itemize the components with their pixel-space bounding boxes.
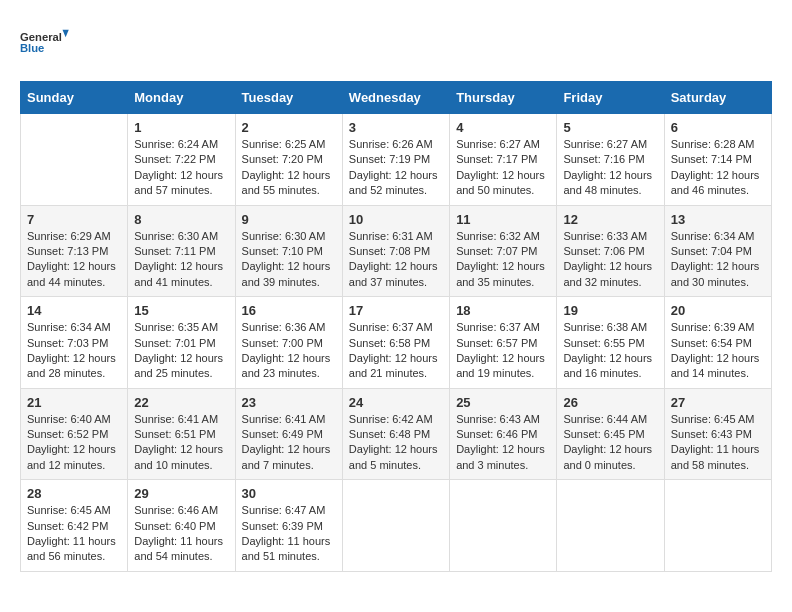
logo: General Blue xyxy=(20,20,70,65)
week-row-3: 14Sunrise: 6:34 AM Sunset: 7:03 PM Dayli… xyxy=(21,297,772,389)
day-number: 10 xyxy=(349,212,443,227)
day-number: 11 xyxy=(456,212,550,227)
day-number: 2 xyxy=(242,120,336,135)
logo-svg: General Blue xyxy=(20,20,70,65)
day-header-tuesday: Tuesday xyxy=(235,82,342,114)
cell-content: Sunrise: 6:43 AM Sunset: 6:46 PM Dayligh… xyxy=(456,412,550,474)
cell-content: Sunrise: 6:28 AM Sunset: 7:14 PM Dayligh… xyxy=(671,137,765,199)
cell-content: Sunrise: 6:42 AM Sunset: 6:48 PM Dayligh… xyxy=(349,412,443,474)
calendar-cell: 29Sunrise: 6:46 AM Sunset: 6:40 PM Dayli… xyxy=(128,480,235,572)
calendar-cell: 19Sunrise: 6:38 AM Sunset: 6:55 PM Dayli… xyxy=(557,297,664,389)
cell-content: Sunrise: 6:34 AM Sunset: 7:04 PM Dayligh… xyxy=(671,229,765,291)
week-row-5: 28Sunrise: 6:45 AM Sunset: 6:42 PM Dayli… xyxy=(21,480,772,572)
day-number: 5 xyxy=(563,120,657,135)
cell-content: Sunrise: 6:25 AM Sunset: 7:20 PM Dayligh… xyxy=(242,137,336,199)
week-row-1: 1Sunrise: 6:24 AM Sunset: 7:22 PM Daylig… xyxy=(21,114,772,206)
cell-content: Sunrise: 6:33 AM Sunset: 7:06 PM Dayligh… xyxy=(563,229,657,291)
day-number: 4 xyxy=(456,120,550,135)
calendar-cell: 12Sunrise: 6:33 AM Sunset: 7:06 PM Dayli… xyxy=(557,205,664,297)
day-number: 13 xyxy=(671,212,765,227)
calendar-cell: 23Sunrise: 6:41 AM Sunset: 6:49 PM Dayli… xyxy=(235,388,342,480)
day-number: 21 xyxy=(27,395,121,410)
day-number: 7 xyxy=(27,212,121,227)
calendar-cell: 5Sunrise: 6:27 AM Sunset: 7:16 PM Daylig… xyxy=(557,114,664,206)
calendar-cell: 27Sunrise: 6:45 AM Sunset: 6:43 PM Dayli… xyxy=(664,388,771,480)
calendar-cell: 8Sunrise: 6:30 AM Sunset: 7:11 PM Daylig… xyxy=(128,205,235,297)
cell-content: Sunrise: 6:47 AM Sunset: 6:39 PM Dayligh… xyxy=(242,503,336,565)
cell-content: Sunrise: 6:26 AM Sunset: 7:19 PM Dayligh… xyxy=(349,137,443,199)
cell-content: Sunrise: 6:41 AM Sunset: 6:49 PM Dayligh… xyxy=(242,412,336,474)
svg-text:Blue: Blue xyxy=(20,42,44,54)
cell-content: Sunrise: 6:24 AM Sunset: 7:22 PM Dayligh… xyxy=(134,137,228,199)
calendar-cell xyxy=(21,114,128,206)
calendar-cell: 17Sunrise: 6:37 AM Sunset: 6:58 PM Dayli… xyxy=(342,297,449,389)
day-header-wednesday: Wednesday xyxy=(342,82,449,114)
day-header-friday: Friday xyxy=(557,82,664,114)
calendar-cell: 15Sunrise: 6:35 AM Sunset: 7:01 PM Dayli… xyxy=(128,297,235,389)
calendar-cell: 30Sunrise: 6:47 AM Sunset: 6:39 PM Dayli… xyxy=(235,480,342,572)
calendar-cell: 3Sunrise: 6:26 AM Sunset: 7:19 PM Daylig… xyxy=(342,114,449,206)
calendar-cell: 6Sunrise: 6:28 AM Sunset: 7:14 PM Daylig… xyxy=(664,114,771,206)
calendar-cell: 18Sunrise: 6:37 AM Sunset: 6:57 PM Dayli… xyxy=(450,297,557,389)
cell-content: Sunrise: 6:35 AM Sunset: 7:01 PM Dayligh… xyxy=(134,320,228,382)
day-number: 24 xyxy=(349,395,443,410)
cell-content: Sunrise: 6:30 AM Sunset: 7:11 PM Dayligh… xyxy=(134,229,228,291)
cell-content: Sunrise: 6:31 AM Sunset: 7:08 PM Dayligh… xyxy=(349,229,443,291)
cell-content: Sunrise: 6:32 AM Sunset: 7:07 PM Dayligh… xyxy=(456,229,550,291)
calendar-cell: 16Sunrise: 6:36 AM Sunset: 7:00 PM Dayli… xyxy=(235,297,342,389)
day-header-monday: Monday xyxy=(128,82,235,114)
day-number: 25 xyxy=(456,395,550,410)
days-header-row: SundayMondayTuesdayWednesdayThursdayFrid… xyxy=(21,82,772,114)
day-number: 12 xyxy=(563,212,657,227)
cell-content: Sunrise: 6:39 AM Sunset: 6:54 PM Dayligh… xyxy=(671,320,765,382)
day-number: 1 xyxy=(134,120,228,135)
cell-content: Sunrise: 6:27 AM Sunset: 7:17 PM Dayligh… xyxy=(456,137,550,199)
calendar-cell: 26Sunrise: 6:44 AM Sunset: 6:45 PM Dayli… xyxy=(557,388,664,480)
calendar-cell xyxy=(342,480,449,572)
day-number: 19 xyxy=(563,303,657,318)
cell-content: Sunrise: 6:45 AM Sunset: 6:43 PM Dayligh… xyxy=(671,412,765,474)
calendar-cell: 24Sunrise: 6:42 AM Sunset: 6:48 PM Dayli… xyxy=(342,388,449,480)
day-number: 8 xyxy=(134,212,228,227)
calendar-cell: 22Sunrise: 6:41 AM Sunset: 6:51 PM Dayli… xyxy=(128,388,235,480)
calendar-cell: 13Sunrise: 6:34 AM Sunset: 7:04 PM Dayli… xyxy=(664,205,771,297)
cell-content: Sunrise: 6:37 AM Sunset: 6:58 PM Dayligh… xyxy=(349,320,443,382)
calendar-cell: 20Sunrise: 6:39 AM Sunset: 6:54 PM Dayli… xyxy=(664,297,771,389)
cell-content: Sunrise: 6:41 AM Sunset: 6:51 PM Dayligh… xyxy=(134,412,228,474)
day-number: 27 xyxy=(671,395,765,410)
day-number: 29 xyxy=(134,486,228,501)
calendar-cell xyxy=(450,480,557,572)
calendar-cell: 9Sunrise: 6:30 AM Sunset: 7:10 PM Daylig… xyxy=(235,205,342,297)
calendar-cell: 11Sunrise: 6:32 AM Sunset: 7:07 PM Dayli… xyxy=(450,205,557,297)
day-number: 6 xyxy=(671,120,765,135)
calendar-cell xyxy=(557,480,664,572)
calendar-cell: 10Sunrise: 6:31 AM Sunset: 7:08 PM Dayli… xyxy=(342,205,449,297)
calendar-cell: 21Sunrise: 6:40 AM Sunset: 6:52 PM Dayli… xyxy=(21,388,128,480)
day-number: 30 xyxy=(242,486,336,501)
calendar-cell: 28Sunrise: 6:45 AM Sunset: 6:42 PM Dayli… xyxy=(21,480,128,572)
cell-content: Sunrise: 6:30 AM Sunset: 7:10 PM Dayligh… xyxy=(242,229,336,291)
header: General Blue xyxy=(20,20,772,65)
day-number: 18 xyxy=(456,303,550,318)
week-row-2: 7Sunrise: 6:29 AM Sunset: 7:13 PM Daylig… xyxy=(21,205,772,297)
cell-content: Sunrise: 6:36 AM Sunset: 7:00 PM Dayligh… xyxy=(242,320,336,382)
cell-content: Sunrise: 6:27 AM Sunset: 7:16 PM Dayligh… xyxy=(563,137,657,199)
day-number: 20 xyxy=(671,303,765,318)
cell-content: Sunrise: 6:45 AM Sunset: 6:42 PM Dayligh… xyxy=(27,503,121,565)
day-number: 23 xyxy=(242,395,336,410)
cell-content: Sunrise: 6:29 AM Sunset: 7:13 PM Dayligh… xyxy=(27,229,121,291)
calendar-cell xyxy=(664,480,771,572)
day-number: 17 xyxy=(349,303,443,318)
day-header-sunday: Sunday xyxy=(21,82,128,114)
day-number: 16 xyxy=(242,303,336,318)
calendar-cell: 2Sunrise: 6:25 AM Sunset: 7:20 PM Daylig… xyxy=(235,114,342,206)
calendar-cell: 25Sunrise: 6:43 AM Sunset: 6:46 PM Dayli… xyxy=(450,388,557,480)
day-number: 14 xyxy=(27,303,121,318)
day-number: 26 xyxy=(563,395,657,410)
day-number: 15 xyxy=(134,303,228,318)
cell-content: Sunrise: 6:44 AM Sunset: 6:45 PM Dayligh… xyxy=(563,412,657,474)
day-header-saturday: Saturday xyxy=(664,82,771,114)
day-header-thursday: Thursday xyxy=(450,82,557,114)
cell-content: Sunrise: 6:37 AM Sunset: 6:57 PM Dayligh… xyxy=(456,320,550,382)
cell-content: Sunrise: 6:34 AM Sunset: 7:03 PM Dayligh… xyxy=(27,320,121,382)
